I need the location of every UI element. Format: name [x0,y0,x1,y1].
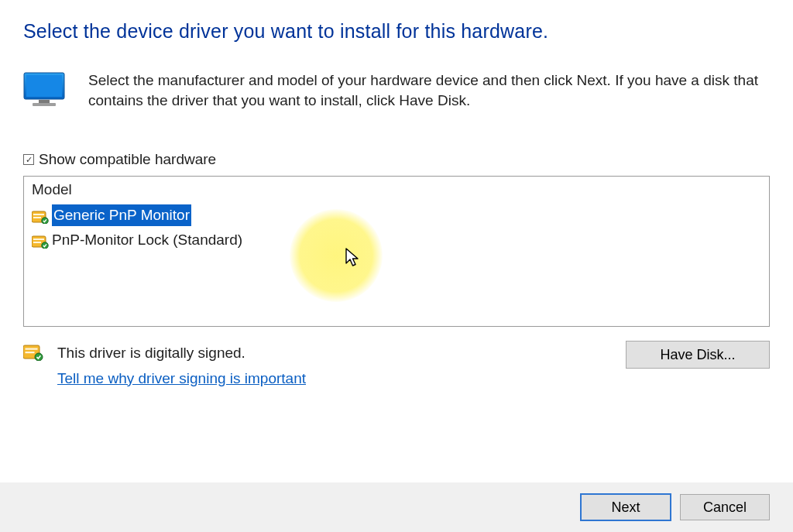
model-item-label: Generic PnP Monitor [52,204,191,226]
checkbox-label: Show compatible hardware [39,151,216,168]
model-list-header: Model [32,181,761,198]
svg-rect-5 [33,214,44,215]
dialog-footer: Next Cancel [0,482,793,532]
svg-rect-1 [26,75,62,97]
svg-rect-10 [33,242,41,243]
show-compatible-checkbox[interactable]: Show compatible hardware [23,151,770,168]
svg-rect-2 [39,100,50,103]
have-disk-button[interactable]: Have Disk... [626,341,770,369]
svg-rect-6 [33,217,41,218]
signed-driver-icon [32,233,49,247]
model-item-generic-pnp[interactable]: Generic PnP Monitor [32,203,761,228]
checkbox-icon [23,154,34,165]
next-button[interactable]: Next [581,494,671,520]
model-item-pnp-lock[interactable]: PnP-Monitor Lock (Standard) [32,228,761,252]
svg-rect-14 [26,352,35,353]
intro-text: Select the manufacturer and model of you… [88,70,770,111]
svg-rect-3 [33,103,56,106]
cancel-button[interactable]: Cancel [680,494,770,520]
svg-rect-13 [26,348,38,350]
intro-row: Select the manufacturer and model of you… [23,70,770,111]
monitor-icon [23,72,68,109]
model-listbox[interactable]: Model Generic PnP Monitor [23,176,770,327]
signed-driver-icon [32,208,49,222]
driver-select-dialog: Select the device driver you want to ins… [0,0,793,532]
driver-signing-link[interactable]: Tell me why driver signing is important [57,370,306,386]
signed-status-text: This driver is digitally signed. [57,341,306,366]
signed-driver-icon [23,344,43,361]
svg-rect-9 [33,239,44,240]
signed-row: This driver is digitally signed. Tell me… [23,341,770,391]
model-item-label: PnP-Monitor Lock (Standard) [52,229,242,251]
page-title: Select the device driver you want to ins… [23,20,770,43]
